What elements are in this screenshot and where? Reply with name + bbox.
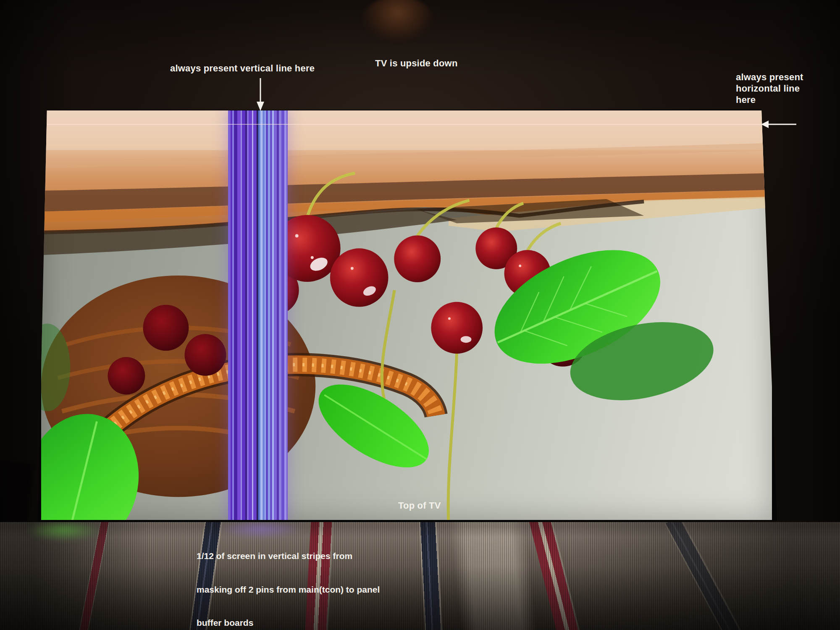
annotation-line: here: [736, 94, 803, 105]
fabric-shadow: [0, 522, 840, 630]
down-arrow-icon: [256, 78, 265, 112]
upside-down-annotation: TV is upside down: [375, 58, 458, 69]
top-of-tv-annotation: Top of TV: [398, 500, 441, 511]
horizontal-line-defect: [41, 124, 772, 125]
note-line: masking off 2 pins from main(tcon) to pa…: [197, 584, 388, 596]
tv-bezel: [37, 107, 777, 524]
vertical-stripe-defect-band: [228, 110, 288, 520]
left-arrow-icon: [761, 120, 797, 129]
note-line: buffer boards: [197, 617, 388, 629]
vertical-line-annotation: always present vertical line here: [170, 63, 315, 74]
cherry: [330, 248, 388, 307]
annotation-line: horizontal line: [736, 83, 803, 94]
horizontal-line-annotation: always present horizontal line here: [736, 71, 803, 105]
wood-plank: [41, 110, 772, 255]
photo-of-tv-room: always present vertical line here TV is …: [0, 0, 840, 630]
cherry: [108, 357, 145, 395]
cherry: [184, 334, 226, 375]
striped-mattress-fabric: [0, 522, 840, 630]
annotation-line: always present: [736, 71, 803, 83]
cherry: [431, 302, 483, 354]
cherry: [143, 305, 189, 351]
note-line: 1/12 of screen in vertical stripes from: [197, 551, 388, 562]
cherries-scene: [41, 110, 772, 520]
repair-note-annotation: 1/12 of screen in vertical stripes from …: [197, 528, 388, 630]
wall-ornament: [362, 0, 433, 42]
tv-screen: [41, 110, 772, 520]
cherry: [394, 235, 441, 282]
